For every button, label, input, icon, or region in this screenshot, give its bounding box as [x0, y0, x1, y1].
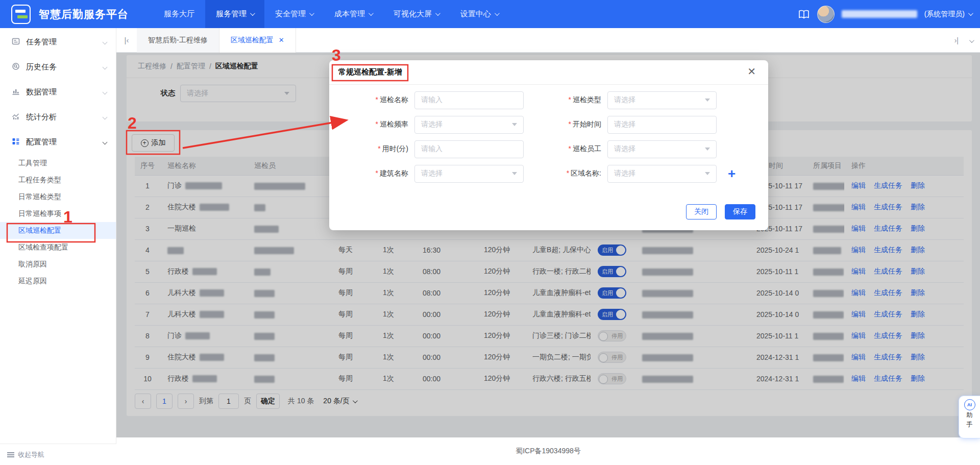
field-label-建筑名称: *建筑名称 [329, 169, 408, 178]
field-label-巡检员工: *巡检员工 [524, 144, 601, 154]
required-asterisk: * [376, 120, 378, 128]
top-nav: 智慧后勤服务平台 服务大厅服务管理安全管理成本管理可视化大屏设置中心 (系统管理… [0, 0, 980, 28]
nav-item-label: 服务管理 [216, 9, 247, 19]
close-icon[interactable]: ✕ [279, 36, 284, 44]
modal-form-row: *用时(分)请输入*巡检员工请选择 [329, 140, 768, 158]
field-select-巡检频率[interactable]: 请选择 [414, 116, 524, 134]
field-placeholder: 请输入 [421, 95, 443, 105]
field-placeholder: 请选择 [421, 169, 443, 178]
required-asterisk: * [378, 144, 380, 153]
chevron-down-icon [250, 11, 255, 16]
ai-icon: AI [964, 399, 975, 410]
sidebar-group-统计分析[interactable]: 统计分析 [0, 105, 116, 130]
field-label-text: 巡检名称 [380, 95, 408, 104]
tabs-scroll-right-icon[interactable]: ›| [954, 36, 959, 44]
sidebar-item-延迟原因[interactable]: 延迟原因 [0, 273, 116, 289]
data-icon [12, 87, 20, 97]
chevron-down-icon [369, 11, 374, 16]
sidebar-item-区域巡检配置[interactable]: 区域巡检配置 [0, 222, 116, 239]
nav-item-安全管理[interactable]: 安全管理 [264, 0, 324, 28]
field-input-巡检名称[interactable]: 请输入 [414, 91, 524, 109]
add-area-plus-icon[interactable]: + [728, 167, 736, 180]
ai-char-1: 助 [967, 411, 973, 420]
field-label-区域名称:: *区域名称: [524, 169, 601, 178]
tabs: 智慧后勤-工程维修区域巡检配置✕ [137, 28, 296, 53]
required-asterisk: * [569, 95, 571, 104]
sidebar-group-数据管理[interactable]: 数据管理 [0, 80, 116, 105]
field-label-text: 用时(分) [382, 144, 408, 153]
field-select-区域名称:[interactable]: 请选择 [607, 165, 717, 183]
sidebar-group-label: 任务管理 [26, 37, 100, 47]
field-label-巡检类型: *巡检类型 [524, 95, 601, 105]
chevron-down-icon [705, 99, 710, 102]
field-label-text: 巡检员工 [573, 144, 601, 153]
sidebar-group-label: 配置管理 [26, 137, 100, 147]
field-label-巡检名称: *巡检名称 [329, 95, 408, 105]
required-asterisk: * [569, 144, 571, 153]
sidebar-item-日常巡检事项[interactable]: 日常巡检事项 [0, 205, 116, 222]
field-label-text: 巡检频率 [380, 120, 408, 128]
field-label-text: 开始时间 [573, 120, 601, 128]
tab-label: 智慧后勤-工程维修 [148, 36, 208, 45]
chevron-down-icon [435, 11, 440, 16]
field-input-开始时间[interactable]: 请选择 [607, 116, 717, 134]
sidebar-group-label: 数据管理 [26, 87, 100, 97]
nav-item-可视化大屏[interactable]: 可视化大屏 [383, 0, 450, 28]
sidebar-item-区域检查项配置[interactable]: 区域检查项配置 [0, 239, 116, 256]
sidebar-group-label: 历史任务 [26, 62, 100, 72]
nav-item-服务管理[interactable]: 服务管理 [205, 0, 264, 28]
nav-item-label: 服务大厅 [164, 9, 194, 19]
field-select-巡检类型[interactable]: 请选择 [607, 91, 717, 109]
collapse-nav-label: 收起导航 [18, 450, 44, 459]
sidebar-group-历史任务[interactable]: 历史任务 [0, 55, 116, 80]
sidebar-group-任务管理[interactable]: 任务管理 [0, 30, 116, 55]
sidebar-submenu: 工具管理工程任务类型日常巡检类型日常巡检事项区域巡检配置区域检查项配置取消原因延… [0, 155, 116, 289]
add-config-modal: 常规巡检配置-新增 ✕ *巡检名称请输入*巡检类型请选择*巡检频率请选择*开始时… [329, 60, 768, 230]
modal-form: *巡检名称请输入*巡检类型请选择*巡检频率请选择*开始时间请选择*用时(分)请输… [329, 91, 768, 189]
user-name-redacted [842, 10, 917, 18]
tab-智慧后勤-工程维修[interactable]: 智慧后勤-工程维修 [137, 28, 219, 53]
modal-save-button[interactable]: 保存 [725, 204, 755, 219]
manual-book-icon[interactable] [798, 9, 810, 19]
sidebar-group-配置管理[interactable]: 配置管理 [0, 130, 116, 155]
sidebar: 任务管理历史任务数据管理统计分析配置管理工具管理工程任务类型日常巡检类型日常巡检… [0, 28, 116, 465]
sidebar-item-取消原因[interactable]: 取消原因 [0, 256, 116, 273]
field-placeholder: 请选择 [614, 169, 635, 178]
chevron-down-icon [512, 123, 517, 126]
user-role-dropdown[interactable]: (系统管理员) [924, 10, 972, 19]
field-label-开始时间: *开始时间 [524, 120, 601, 129]
nav-item-label: 设置中心 [460, 9, 491, 19]
chevron-down-icon [103, 65, 108, 70]
nav-item-成本管理[interactable]: 成本管理 [324, 0, 383, 28]
sidebar-item-工程任务类型[interactable]: 工程任务类型 [0, 172, 116, 188]
avatar[interactable] [817, 6, 835, 23]
modal-close-button[interactable]: 关闭 [686, 204, 717, 219]
tabs-scroll-left-icon[interactable]: |‹ [116, 36, 137, 44]
chevron-down-icon [968, 11, 973, 16]
app-title: 智慧后勤服务平台 [39, 7, 129, 21]
tabs-menu-chevron-icon[interactable] [966, 36, 973, 44]
field-select-建筑名称[interactable]: 请选择 [414, 165, 524, 183]
field-label-text: 区域名称: [571, 169, 601, 177]
config-icon [12, 137, 20, 147]
ai-assistant-button[interactable]: AI 助 手 [959, 396, 980, 438]
nav-item-设置中心[interactable]: 设置中心 [450, 0, 509, 28]
nav-right: (系统管理员) [798, 6, 980, 23]
modal-form-row: *巡检频率请选择*开始时间请选择 [329, 115, 768, 134]
nav-item-label: 安全管理 [275, 9, 306, 19]
ai-char-2: 手 [967, 420, 973, 429]
field-select-巡检员工[interactable]: 请选择 [607, 140, 717, 158]
tasks-icon [12, 37, 20, 47]
sidebar-item-日常巡检类型[interactable]: 日常巡检类型 [0, 188, 116, 205]
field-label-用时(分): *用时(分) [329, 144, 408, 154]
field-label-text: 建筑名称 [380, 169, 408, 177]
sidebar-item-工具管理[interactable]: 工具管理 [0, 155, 116, 172]
field-input-用时(分)[interactable]: 请输入 [414, 140, 524, 158]
user-role-label: (系统管理员) [924, 10, 965, 19]
close-icon[interactable]: ✕ [747, 66, 756, 77]
tab-区域巡检配置[interactable]: 区域巡检配置✕ [219, 28, 296, 53]
chevron-down-icon [103, 40, 108, 45]
chevron-down-icon [705, 172, 710, 175]
collapse-nav-button[interactable]: 收起导航 [0, 444, 116, 465]
nav-item-服务大厅[interactable]: 服务大厅 [153, 0, 205, 28]
